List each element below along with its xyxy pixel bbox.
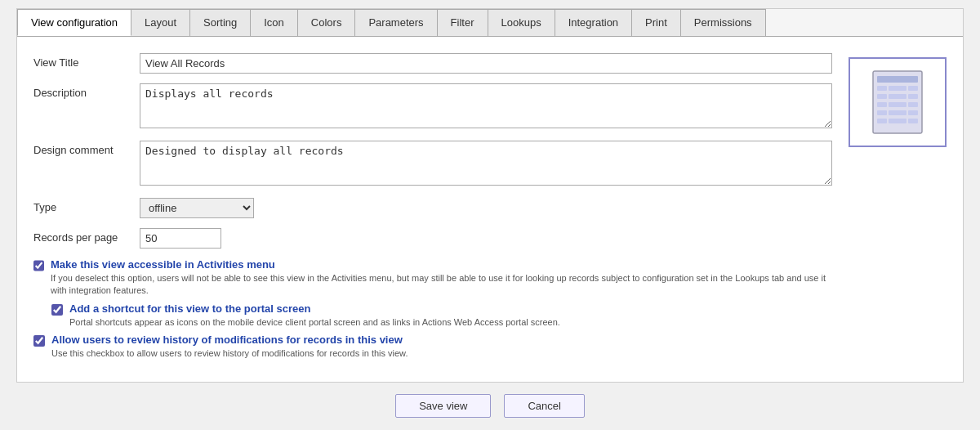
form-fields: View Title Description Displays all reco…: [33, 53, 832, 365]
checkbox-portal-label: Add a shortcut for this view to the port…: [69, 302, 560, 315]
svg-rect-7: [908, 94, 918, 99]
svg-rect-15: [889, 119, 906, 123]
view-title-input[interactable]: [140, 53, 832, 74]
footer: Save view Cancel: [395, 383, 585, 429]
checkbox-sub-wrapper: Add a shortcut for this view to the port…: [51, 302, 832, 329]
design-comment-input-wrapper: Designed to display all records: [140, 141, 832, 188]
checkbox-history-label: Allow users to review history of modific…: [51, 334, 408, 346]
svg-rect-1: [877, 76, 918, 83]
checkbox-activities-row: Make this view accessible in Activities …: [33, 258, 832, 298]
checkbox-portal-row: Add a shortcut for this view to the port…: [51, 302, 832, 329]
tab-parameters[interactable]: Parameters: [354, 9, 437, 36]
tab-colors[interactable]: Colors: [297, 9, 356, 36]
form-layout: View Title Description Displays all reco…: [33, 53, 947, 365]
view-preview-icon: [869, 69, 926, 135]
type-label: Type: [33, 198, 140, 213]
tab-lookups[interactable]: Lookups: [488, 9, 555, 36]
tab-view-configuration[interactable]: View configuration: [17, 9, 131, 36]
svg-rect-9: [889, 102, 906, 107]
records-per-page-label: Records per page: [33, 228, 140, 244]
view-title-row: View Title: [33, 53, 832, 74]
records-per-page-input-wrapper: [140, 228, 832, 249]
svg-rect-8: [877, 102, 887, 107]
save-button[interactable]: Save view: [395, 394, 491, 418]
checkbox-history-row: Allow users to review history of modific…: [33, 334, 832, 360]
tab-filter[interactable]: Filter: [437, 9, 488, 36]
tab-layout[interactable]: Layout: [131, 9, 190, 36]
checkbox-history-desc: Use this checkbox to allow users to revi…: [51, 347, 408, 360]
tab-print[interactable]: Print: [631, 9, 681, 36]
checkbox-activities-label: Make this view accessible in Activities …: [51, 258, 832, 271]
checkbox-activities[interactable]: [33, 260, 44, 271]
view-title-label: View Title: [33, 53, 140, 69]
tab-icon[interactable]: Icon: [250, 9, 298, 36]
description-textarea[interactable]: Displays all records: [140, 83, 832, 128]
checkbox-history-content: Allow users to review history of modific…: [51, 334, 408, 360]
description-row: Description Displays all records: [33, 83, 832, 131]
main-container: View configuration Layout Sorting Icon C…: [16, 8, 964, 383]
records-per-page-input[interactable]: [140, 228, 221, 249]
svg-rect-5: [877, 94, 887, 99]
design-comment-label: Design comment: [33, 141, 140, 156]
svg-rect-11: [877, 110, 887, 115]
description-input-wrapper: Displays all records: [140, 83, 832, 131]
svg-rect-13: [908, 110, 918, 115]
checkbox-portal-desc: Portal shortcuts appear as icons on the …: [69, 316, 560, 329]
content-area: View Title Description Displays all reco…: [17, 37, 963, 382]
tab-sorting[interactable]: Sorting: [189, 9, 251, 36]
type-select[interactable]: offline online report: [140, 198, 254, 218]
checkbox-activities-content: Make this view accessible in Activities …: [51, 258, 832, 298]
svg-rect-2: [877, 86, 887, 91]
tab-bar: View configuration Layout Sorting Icon C…: [17, 9, 963, 37]
records-per-page-row: Records per page: [33, 228, 832, 249]
cancel-button[interactable]: Cancel: [504, 394, 584, 418]
checkbox-portal-content: Add a shortcut for this view to the port…: [69, 302, 560, 329]
tab-integration[interactable]: Integration: [555, 9, 632, 36]
checkbox-activities-desc: If you deselect this option, users will …: [51, 272, 832, 298]
type-input-wrapper: offline online report: [140, 198, 832, 218]
view-title-input-wrapper: [140, 53, 832, 74]
tab-permissions[interactable]: Permissions: [680, 9, 766, 36]
svg-rect-16: [908, 119, 918, 123]
svg-rect-12: [889, 110, 906, 115]
svg-rect-6: [889, 94, 906, 99]
svg-rect-4: [908, 86, 918, 91]
design-comment-textarea[interactable]: Designed to display all records: [140, 141, 832, 186]
preview-box: [849, 57, 947, 147]
type-row: Type offline online report: [33, 198, 832, 218]
svg-rect-10: [908, 102, 918, 107]
description-label: Description: [33, 83, 140, 99]
svg-rect-14: [877, 119, 887, 123]
svg-rect-3: [889, 86, 906, 91]
checkboxes-section: Make this view accessible in Activities …: [33, 258, 832, 361]
design-comment-row: Design comment Designed to display all r…: [33, 141, 832, 188]
checkbox-history[interactable]: [33, 335, 45, 347]
checkbox-portal[interactable]: [51, 304, 63, 316]
